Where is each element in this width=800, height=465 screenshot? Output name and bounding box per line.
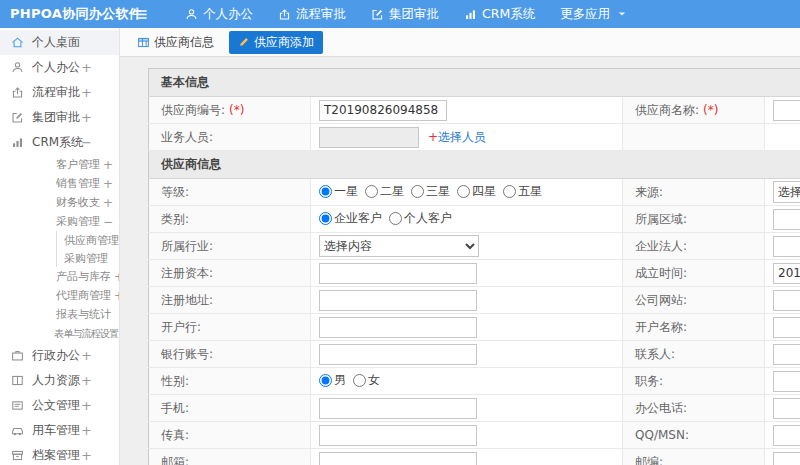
- topnav-item-workflow-approval[interactable]: 流程审批: [278, 6, 346, 23]
- text-input[interactable]: [773, 317, 800, 338]
- form-label-cell: [623, 124, 765, 151]
- text-input[interactable]: [773, 209, 800, 230]
- radio-input[interactable]: [389, 212, 402, 225]
- text-input[interactable]: [319, 398, 477, 419]
- expand-toggle-icon[interactable]: +: [81, 448, 92, 463]
- text-input[interactable]: [319, 344, 477, 365]
- topnav-item-crm-system[interactable]: CRM系统: [464, 6, 535, 23]
- topnav-item-personal-office[interactable]: 个人办公: [185, 6, 253, 23]
- hamburger-menu-icon[interactable]: [122, 7, 160, 22]
- doc-icon: [11, 399, 26, 413]
- radio-option-level[interactable]: 二星: [365, 183, 404, 200]
- radio-option-level[interactable]: 一星: [319, 183, 358, 200]
- field-label: 银行账号:: [161, 347, 213, 361]
- expand-toggle-icon[interactable]: +: [100, 177, 113, 191]
- sidebar-subitem-agent-mgmt[interactable]: 代理商管理+: [0, 286, 119, 305]
- upload-icon: [11, 86, 26, 100]
- sidebar-item-personal-desktop[interactable]: 个人桌面: [0, 30, 119, 55]
- expand-toggle-icon[interactable]: +: [81, 110, 92, 125]
- radio-input[interactable]: [503, 185, 516, 198]
- text-input[interactable]: [773, 263, 800, 284]
- expand-toggle-icon[interactable]: +: [111, 270, 120, 284]
- form-row: 注册资本:成立时间:: [149, 260, 800, 287]
- expand-toggle-icon[interactable]: −: [81, 135, 92, 150]
- sidebar-subitem-customer-mgmt[interactable]: 客户管理+: [0, 155, 119, 174]
- sidebar-subitem-report-statistics[interactable]: 报表与统计: [0, 305, 119, 324]
- sidebar-subitem-sales-mgmt[interactable]: 销售管理+: [0, 174, 119, 193]
- expand-toggle-icon[interactable]: +: [100, 196, 113, 210]
- text-input[interactable]: [773, 452, 800, 465]
- sidebar-item-archive-mgmt[interactable]: 档案管理+: [0, 443, 119, 465]
- radio-option-level[interactable]: 五星: [503, 183, 542, 200]
- text-input[interactable]: [773, 100, 800, 121]
- select-input[interactable]: 选择内容: [773, 181, 800, 203]
- select-person-link[interactable]: +选择人员: [428, 130, 486, 144]
- radio-option-label: 四星: [472, 183, 496, 200]
- expand-toggle-icon[interactable]: +: [81, 398, 92, 413]
- expand-toggle-icon[interactable]: −: [100, 215, 113, 229]
- form-row: 业务人员:+选择人员: [149, 124, 800, 151]
- sidebar-item-group-approval[interactable]: 集团审批+: [0, 105, 119, 130]
- expand-toggle-icon[interactable]: +: [81, 423, 92, 438]
- radio-input[interactable]: [319, 374, 332, 387]
- text-input[interactable]: [319, 452, 477, 465]
- text-input[interactable]: [319, 317, 477, 338]
- sidebar-item-workflow-approval[interactable]: 流程审批+: [0, 80, 119, 105]
- sidebar-subsubitem-supplier-mgmt[interactable]: 供应商管理: [57, 231, 119, 249]
- radio-option-category[interactable]: 企业客户: [319, 210, 382, 227]
- sidebar-subitem-finance-income-expense[interactable]: 财务收支+: [0, 193, 119, 212]
- text-input[interactable]: [773, 290, 800, 311]
- radio-input[interactable]: [457, 185, 470, 198]
- form-field-cell: [311, 260, 623, 287]
- expand-toggle-icon[interactable]: +: [81, 348, 92, 363]
- text-input[interactable]: [319, 263, 477, 284]
- sidebar-item-human-resources[interactable]: 人力资源+: [0, 368, 119, 393]
- radio-option-level[interactable]: 四星: [457, 183, 496, 200]
- form-label-cell: 供应商名称:(*): [623, 97, 765, 124]
- text-input[interactable]: [319, 127, 419, 148]
- expand-toggle-icon[interactable]: +: [81, 60, 92, 75]
- sidebar-item-vehicle-mgmt[interactable]: 用车管理+: [0, 418, 119, 443]
- radio-option-gender[interactable]: 男: [319, 372, 346, 389]
- sidebar-subitem-label: 产品与库存: [56, 269, 111, 284]
- text-input[interactable]: [773, 398, 800, 419]
- text-input[interactable]: [319, 100, 447, 121]
- expand-toggle-icon[interactable]: +: [100, 158, 113, 172]
- sidebar-subitem-product-inventory[interactable]: 产品与库存+: [0, 267, 119, 286]
- form-label-cell: 等级:: [149, 179, 311, 206]
- sidebar-subitem-form-workflow-settings[interactable]: 表单与流程设置+: [0, 324, 119, 343]
- expand-toggle-icon[interactable]: +: [81, 85, 92, 100]
- radio-input[interactable]: [353, 374, 366, 387]
- text-input[interactable]: [319, 290, 477, 311]
- app-logo: PHPOA协同办公软件: [0, 5, 122, 23]
- sidebar-item-personal-office[interactable]: 个人办公+: [0, 55, 119, 80]
- tab-supplier-add[interactable]: 供应商添加: [229, 31, 323, 54]
- select-input[interactable]: 选择内容: [319, 235, 479, 257]
- sidebar-item-crm-system[interactable]: CRM系统−: [0, 130, 119, 155]
- topnav-item-more-apps[interactable]: 更多应用: [560, 6, 627, 23]
- radio-input[interactable]: [319, 185, 332, 198]
- radio-option-category[interactable]: 个人客户: [389, 210, 452, 227]
- sidebar-item-document-mgmt[interactable]: 公文管理+: [0, 393, 119, 418]
- tab-supplier-info[interactable]: 供应商信息: [131, 31, 220, 54]
- text-input[interactable]: [773, 344, 800, 365]
- sidebar-subsubitem-procurement-mgmt[interactable]: 采购管理: [57, 249, 119, 267]
- sidebar-subitem-purchase-mgmt[interactable]: 采购管理−: [0, 212, 119, 231]
- expand-toggle-icon[interactable]: +: [81, 373, 92, 388]
- radio-input[interactable]: [319, 212, 332, 225]
- topnav-item-label: 集团审批: [389, 6, 439, 23]
- radio-option-gender[interactable]: 女: [353, 372, 380, 389]
- text-input[interactable]: [773, 425, 800, 446]
- expand-toggle-icon[interactable]: +: [111, 289, 120, 303]
- text-input[interactable]: [773, 371, 800, 392]
- sidebar-item-admin-office[interactable]: 行政办公+: [0, 343, 119, 368]
- radio-option-level[interactable]: 三星: [411, 183, 450, 200]
- text-input[interactable]: [319, 425, 477, 446]
- topnav-item-group-approval[interactable]: 集团审批: [371, 6, 439, 23]
- form-field-cell: [765, 341, 800, 368]
- radio-input[interactable]: [365, 185, 378, 198]
- sidebar-item-label: 人力资源: [32, 372, 80, 389]
- top-navigation-bar: PHPOA协同办公软件 个人办公流程审批集团审批CRM系统更多应用: [0, 0, 800, 28]
- text-input[interactable]: [773, 236, 800, 257]
- radio-input[interactable]: [411, 185, 424, 198]
